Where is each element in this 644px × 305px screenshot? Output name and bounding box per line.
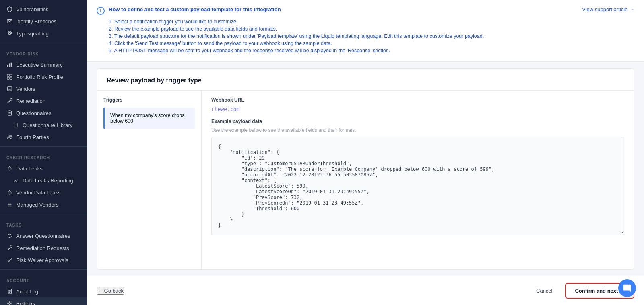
info-box: i How to define and test a custom payloa…: [87, 0, 644, 62]
svg-rect-5: [7, 74, 9, 76]
sidebar-item-label: Remediation: [16, 98, 45, 104]
sidebar-item-label: Executive Summary: [16, 62, 63, 68]
droplet-icon: [6, 165, 13, 172]
sidebar-item-vendors[interactable]: Vendors: [0, 83, 87, 95]
sidebar-item-label: Vendor Data Leaks: [16, 190, 61, 196]
sidebar-item-label: Settings: [16, 301, 35, 305]
chat-bubble-button[interactable]: [618, 279, 636, 297]
grid-icon: [6, 74, 13, 80]
review-title: Review payload by trigger type: [97, 69, 634, 91]
sidebar-item-label: Questionnaire Library: [23, 122, 72, 128]
sidebar-item-questionnaires[interactable]: Questionnaires: [0, 107, 87, 119]
sidebar-item-label: Vendors: [16, 86, 35, 92]
svg-rect-2: [7, 65, 8, 67]
sidebar: Vulnerabilities Identity Breaches Typosq…: [0, 0, 87, 305]
settings-icon: [6, 300, 13, 305]
sidebar-item-fourth-parties[interactable]: Fourth Parties: [0, 131, 87, 143]
shield-icon: [6, 6, 13, 12]
tasks-section-label: Tasks: [0, 217, 87, 230]
svg-rect-3: [9, 63, 10, 67]
clipboard-icon: [6, 110, 13, 116]
go-back-button[interactable]: ← Go back: [97, 287, 124, 295]
webhook-url: rtewe.com: [211, 106, 624, 112]
info-steps-list: 1. Select a notification trigger you wou…: [97, 19, 634, 53]
main-content: i How to define and test a custom payloa…: [87, 0, 644, 305]
sidebar-item-label: Data Leaks: [16, 166, 43, 172]
svg-rect-8: [10, 77, 12, 79]
view-support-article-link[interactable]: View support article →: [582, 6, 634, 12]
sidebar-item-identity-breaches[interactable]: Identity Breaches: [0, 15, 87, 27]
at-icon: [6, 30, 13, 37]
info-step-4: 4. Click the 'Send Test message' button …: [109, 41, 634, 46]
sidebar-item-managed-vendors[interactable]: Managed Vendors: [0, 199, 87, 211]
sidebar-item-label: Managed Vendors: [16, 202, 59, 208]
envelope-icon: [6, 18, 13, 25]
info-step-5: 5. A HTTP POST message will be sent to y…: [109, 48, 634, 53]
svg-point-13: [8, 135, 10, 137]
bar-chart-icon: [6, 61, 13, 68]
chart-icon: [13, 177, 19, 184]
account-section-label: Account: [0, 273, 87, 285]
svg-rect-4: [11, 63, 12, 67]
svg-rect-7: [7, 77, 9, 79]
info-step-1: 1. Select a notification trigger you wou…: [109, 19, 634, 25]
info-header: i How to define and test a custom payloa…: [97, 6, 634, 15]
sidebar-item-label: Remediation Requests: [16, 245, 69, 251]
payload-code[interactable]: { "notification": { "id": 29, "type": "C…: [211, 137, 624, 235]
svg-rect-9: [8, 87, 12, 91]
vendor-risk-section-label: Vendor Risk: [0, 46, 87, 59]
wrench2-icon: [6, 245, 13, 251]
wrench-icon: [6, 98, 13, 104]
example-label: Example payload data: [211, 119, 624, 124]
example-hint: Use the example below to see the availab…: [211, 127, 624, 133]
info-title: How to define and test a custom payload …: [109, 6, 578, 12]
sidebar-item-label: Audit Log: [16, 289, 38, 295]
sidebar-item-label: Answer Questionnaires: [16, 233, 70, 239]
triggers-panel: Triggers When my company's score drops b…: [97, 91, 202, 269]
cyber-research-section-label: Cyber Research: [0, 150, 87, 162]
sidebar-item-risk-waiver-approvals[interactable]: Risk Waiver Approvals: [0, 254, 87, 266]
example-section: Example payload data Use the example bel…: [211, 119, 624, 235]
sidebar-item-vendor-data-leaks[interactable]: Vendor Data Leaks: [0, 186, 87, 199]
info-step-2: 2. Review the example payload to see the…: [109, 26, 634, 32]
sidebar-item-label: Fourth Parties: [16, 134, 49, 140]
sidebar-item-label: Risk Waiver Approvals: [16, 257, 68, 263]
sidebar-item-label: Data Leaks Reporting: [23, 178, 73, 184]
svg-rect-6: [10, 74, 12, 76]
sidebar-item-label: Questionnaires: [16, 110, 51, 116]
sidebar-item-label: Typosquatting: [16, 31, 49, 37]
svg-point-22: [9, 303, 10, 304]
trigger-item[interactable]: When my company's score drops below 600: [103, 108, 195, 129]
droplet2-icon: [6, 189, 13, 196]
cancel-button[interactable]: Cancel: [530, 285, 559, 297]
book-icon: [13, 122, 19, 128]
content-area: i How to define and test a custom payloa…: [87, 0, 644, 276]
sidebar-item-settings[interactable]: Settings: [0, 297, 87, 305]
webhook-label: Webhook URL: [211, 97, 624, 103]
sidebar-item-questionnaire-library[interactable]: Questionnaire Library: [0, 119, 87, 131]
info-icon: i: [97, 7, 105, 15]
payload-panel: Webhook URL rtewe.com Example payload da…: [202, 91, 634, 269]
sidebar-item-answer-questionnaires[interactable]: Answer Questionnaires: [0, 230, 87, 242]
doc-icon: [6, 288, 13, 295]
sidebar-item-vulnerabilities[interactable]: Vulnerabilities: [0, 3, 87, 15]
sidebar-item-audit-log[interactable]: Audit Log: [0, 285, 87, 297]
info-step-3: 3. The default payload structure for the…: [109, 33, 634, 39]
sidebar-item-label: Vulnerabilities: [16, 6, 48, 12]
refresh-icon: [6, 233, 13, 239]
sidebar-item-portfolio-risk[interactable]: Portfolio Risk Profile: [0, 71, 87, 83]
footer: ← Go back Cancel Confirm and next →: [87, 276, 644, 305]
sidebar-item-typosquatting[interactable]: Typosquatting: [0, 27, 87, 39]
sidebar-item-remediation[interactable]: Remediation: [0, 95, 87, 107]
svg-point-14: [10, 135, 12, 137]
sidebar-item-remediation-requests[interactable]: Remediation Requests: [0, 242, 87, 254]
svg-rect-0: [7, 20, 12, 23]
building-icon: [6, 86, 13, 92]
sidebar-item-data-leaks-reporting[interactable]: Data Leaks Reporting: [0, 174, 87, 186]
sidebar-item-executive-summary[interactable]: Executive Summary: [0, 59, 87, 71]
sidebar-item-data-leaks[interactable]: Data Leaks: [0, 162, 87, 174]
triggers-label: Triggers: [103, 97, 195, 103]
users-icon: [6, 134, 13, 140]
webhook-section: Webhook URL rtewe.com: [211, 97, 624, 112]
sidebar-item-label: Identity Breaches: [16, 18, 56, 25]
